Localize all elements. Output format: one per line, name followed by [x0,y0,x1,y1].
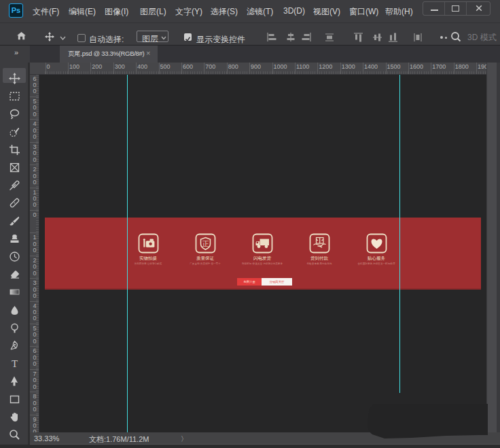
svg-text:T: T [11,358,17,369]
svg-text:正: 正 [202,240,209,247]
